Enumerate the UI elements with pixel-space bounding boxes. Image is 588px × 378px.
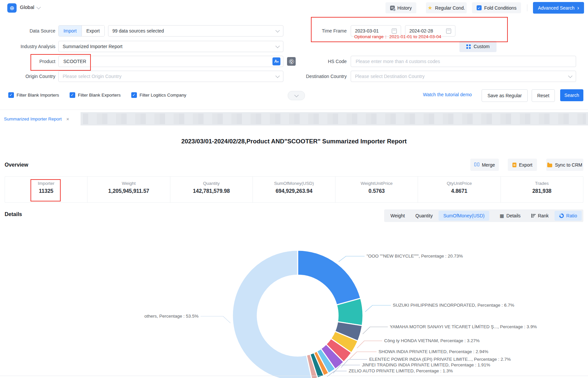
chart-label-others: others, Percentage : 53.5% xyxy=(144,313,199,320)
stat-importer: Importer11325 xyxy=(5,177,87,202)
label-leader-line xyxy=(365,305,391,312)
close-icon[interactable]: × xyxy=(66,116,69,122)
chart-label-ooo-new-bicycle: "OOO ""NEW BICYCLE""", Percentage : 20.7… xyxy=(367,253,463,260)
save-as-regular-button[interactable]: Save as Regular xyxy=(482,89,528,102)
destination-country-label: Destination Country xyxy=(285,71,347,82)
filter-blank-importers-checkbox[interactable] xyxy=(8,92,14,98)
chevron-down-icon xyxy=(275,74,280,78)
destination-country-select[interactable]: Please select Destination Country xyxy=(351,71,576,82)
fold-conditions-button[interactable]: ↙ Fold Conditions xyxy=(472,2,521,13)
industry-analysis-select[interactable]: Summarized Importer Report xyxy=(58,41,283,52)
region-selector[interactable]: Global xyxy=(20,4,34,10)
history-button[interactable]: History xyxy=(385,2,416,13)
data-source-label: Data Source xyxy=(0,25,55,37)
globe-icon: ⊕ xyxy=(7,3,17,13)
optional-range-note: Optional range： 2021-01-01 to 2024-03-04 xyxy=(340,34,456,40)
overview-heading: Overview xyxy=(5,162,28,168)
hs-code-input[interactable] xyxy=(355,58,572,64)
reset-button[interactable]: Reset xyxy=(532,89,555,102)
overview-stats-card: Importer11325 Weight1,205,945,911.57 Qua… xyxy=(5,176,583,203)
chart-label-honda: Công ty HONDA VIETNAM, Percentage : 3.27… xyxy=(384,338,480,344)
stat-quantity: Quantity142,781,579.98 xyxy=(170,177,253,202)
table-top-border xyxy=(0,376,588,376)
product-input-wrap xyxy=(58,56,283,67)
view-tab-details[interactable]: ▦ Details xyxy=(495,211,525,221)
chart-label-showa: SHOWA INDIA PRIVATE LIMITED, Percentage … xyxy=(379,348,488,355)
export-button[interactable]: Export xyxy=(508,159,537,171)
stat-qtyunitprice: QtyUnitPrice4.8671 xyxy=(418,177,500,202)
donut-icon xyxy=(559,213,564,218)
calendar-icon xyxy=(392,29,397,34)
custom-range-button[interactable]: Custom xyxy=(459,41,497,52)
history-icon xyxy=(390,6,395,10)
regular-cond-button[interactable]: ★ Regular Cond. xyxy=(426,2,467,13)
industry-analysis-label: Industry Analysis xyxy=(0,41,55,52)
tutorial-link[interactable]: Watch the tutorial demo xyxy=(423,92,472,97)
filter-blank-importers-label: Filter Blank Importers xyxy=(17,92,59,98)
filter-blank-exporters-label: Filter Blank Exporters xyxy=(78,92,121,98)
stat-trades: Trades281,938 xyxy=(500,177,583,202)
document-icon xyxy=(512,163,516,167)
chevron-right-icon: › xyxy=(577,5,579,11)
product-input[interactable] xyxy=(63,58,268,64)
label-leader-line xyxy=(357,341,382,348)
advanced-search-button[interactable]: Advanced Search › xyxy=(533,2,584,14)
stat-sumofmoney: SumOfMoney(USD)694,929,263.94 xyxy=(253,177,335,202)
star-icon: ★ xyxy=(428,5,432,11)
search-form: Data Source Import Export 99 data source… xyxy=(0,16,588,110)
rank-icon xyxy=(531,214,536,218)
chevron-down-icon xyxy=(275,44,280,48)
chevron-down-icon xyxy=(275,28,280,33)
calendar-icon xyxy=(446,29,451,34)
chart-label-suzuki: SUZUKI PHILIPPINES INCORPORATED, Percent… xyxy=(393,302,514,309)
chart-label-zelio: ZELIO AUTO PRIVATE LIMITED, Percentage :… xyxy=(349,368,453,374)
export-toggle[interactable]: Export xyxy=(82,26,105,36)
data-sources-select[interactable]: 99 data sources selected xyxy=(108,25,283,37)
tab-summarized-importer-report[interactable]: Summarized Importer Report × xyxy=(0,112,81,125)
merge-icon xyxy=(474,163,479,167)
chevron-down-icon[interactable] xyxy=(36,5,41,9)
tab-strip: Summarized Importer Report × xyxy=(0,112,588,125)
fold-icon: ↙ xyxy=(477,5,482,10)
label-leader-line xyxy=(201,316,230,323)
merge-button[interactable]: Merge xyxy=(470,159,499,171)
chevron-down-icon xyxy=(568,74,572,78)
table-icon: ▦ xyxy=(500,213,504,218)
stat-weight: Weight1,205,945,911.57 xyxy=(87,177,170,202)
expand-conditions-button[interactable] xyxy=(288,91,305,100)
metric-tab-weight[interactable]: Weight xyxy=(386,211,409,221)
metric-tab-quantity[interactable]: Quantity xyxy=(411,211,437,221)
blurred-tabs xyxy=(83,113,586,124)
folder-icon xyxy=(547,164,552,167)
import-toggle[interactable]: Import xyxy=(59,26,82,36)
search-button[interactable]: Search xyxy=(560,89,583,101)
filter-logitics-company-label: Filter Logitics Company xyxy=(140,92,186,98)
label-leader-line xyxy=(363,327,388,334)
translate-icon[interactable]: Aa xyxy=(272,57,280,65)
sync-to-crm-button[interactable]: Sync to CRM xyxy=(546,159,583,171)
label-leader-line xyxy=(339,256,365,262)
chart-label-jinfei: JINFEI TRADING INDIA PRIVATE LIMITED, Pe… xyxy=(362,362,490,368)
time-frame-label: Time Frame xyxy=(285,25,347,37)
report-title: 2023/03/01-2024/02/28,Product AND"SCOOTE… xyxy=(0,138,588,145)
divider xyxy=(527,4,527,11)
pie-slice[interactable] xyxy=(298,250,361,305)
view-tab-ratio[interactable]: Ratio xyxy=(555,211,582,221)
chart-label-yamaha: YAMAHA MOTOR SANAYI VE TİCARET LİMİTED Ş… xyxy=(390,324,537,330)
product-label: Product xyxy=(0,56,55,67)
stat-weightunitprice: WeightUnitPrice0.5763 xyxy=(335,177,418,202)
chevron-down-icon xyxy=(294,93,299,97)
hs-code-input-wrap xyxy=(351,56,576,67)
hs-code-label: HS Code xyxy=(285,56,347,67)
filter-logitics-company-checkbox[interactable] xyxy=(131,92,137,98)
top-bar: ⊕ Global History ★ Regular Cond. ↙ Fold … xyxy=(0,0,588,16)
origin-country-label: Origin Country xyxy=(0,71,55,82)
data-source-toggle: Import Export xyxy=(58,25,105,37)
origin-country-select[interactable]: Please select Origin Country xyxy=(58,71,283,82)
grid-icon xyxy=(466,44,468,46)
metric-tab-sumofmoney[interactable]: SumOfMoney(USD) xyxy=(439,211,489,221)
filter-blank-exporters-checkbox[interactable] xyxy=(70,92,75,98)
view-toggle-group: ▦ Details Rank Ratio xyxy=(494,209,583,222)
view-tab-rank[interactable]: Rank xyxy=(527,211,554,221)
details-heading: Details xyxy=(5,211,22,217)
